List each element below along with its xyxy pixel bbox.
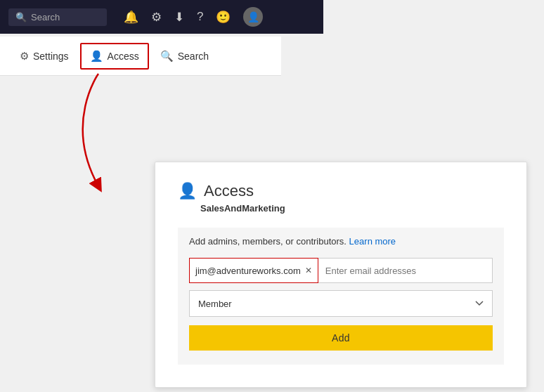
download-icon[interactable]: ⬇ xyxy=(174,10,184,25)
access-item[interactable]: 👤 Access xyxy=(80,43,149,70)
settings-label: Settings xyxy=(33,51,69,62)
settings-gear-icon: ⚙ xyxy=(20,50,29,63)
topbar: 🔍 Search 🔔 ⚙ ⬇ ? 🙂 👤 xyxy=(0,0,323,34)
user-avatar[interactable]: 👤 xyxy=(243,7,263,27)
role-select[interactable]: Member Admin Contributor Viewer xyxy=(189,290,493,317)
settings-item[interactable]: ⚙ Settings xyxy=(11,44,77,68)
email-tag-text: jim@adventureworks.com xyxy=(195,266,301,276)
search-item[interactable]: 🔍 Search xyxy=(152,44,217,68)
search-box[interactable]: 🔍 Search xyxy=(8,8,107,26)
search-icon: 🔍 xyxy=(15,12,27,22)
learn-more-link[interactable]: Learn more xyxy=(349,236,396,247)
access-title-row: 👤 Access xyxy=(178,182,504,200)
workspace-name: SalesAndMarketing xyxy=(200,203,504,214)
search-label: Search xyxy=(178,51,209,62)
email-tag: jim@adventureworks.com ✕ xyxy=(189,258,318,283)
add-description: Add admins, members, or contributors. Le… xyxy=(178,228,504,258)
email-input[interactable] xyxy=(318,258,493,283)
access-person-icon: 👤 xyxy=(90,50,103,63)
email-row: jim@adventureworks.com ✕ xyxy=(189,258,493,283)
form-area: jim@adventureworks.com ✕ Member Admin Co… xyxy=(178,258,504,365)
remove-email-button[interactable]: ✕ xyxy=(305,266,312,275)
access-label: Access xyxy=(108,51,139,62)
bell-icon[interactable]: 🔔 xyxy=(124,10,138,25)
description-text: Add admins, members, or contributors. xyxy=(189,236,347,247)
settings-bar: ⚙ Settings 👤 Access 🔍 Search xyxy=(0,37,281,76)
access-title-text: Access xyxy=(204,182,254,200)
avatar-icon: 👤 xyxy=(247,11,259,22)
smiley-icon[interactable]: 🙂 xyxy=(216,10,231,25)
search-magnify-icon: 🔍 xyxy=(160,50,174,63)
search-placeholder: Search xyxy=(31,12,60,22)
help-icon[interactable]: ? xyxy=(197,10,203,24)
add-button[interactable]: Add xyxy=(189,325,493,351)
gear-icon[interactable]: ⚙ xyxy=(151,10,162,25)
access-title-icon: 👤 xyxy=(178,182,197,200)
access-panel: 👤 Access SalesAndMarketing Add admins, m… xyxy=(155,162,527,388)
nav-icons: 🔔 ⚙ ⬇ ? 🙂 👤 xyxy=(124,7,263,27)
